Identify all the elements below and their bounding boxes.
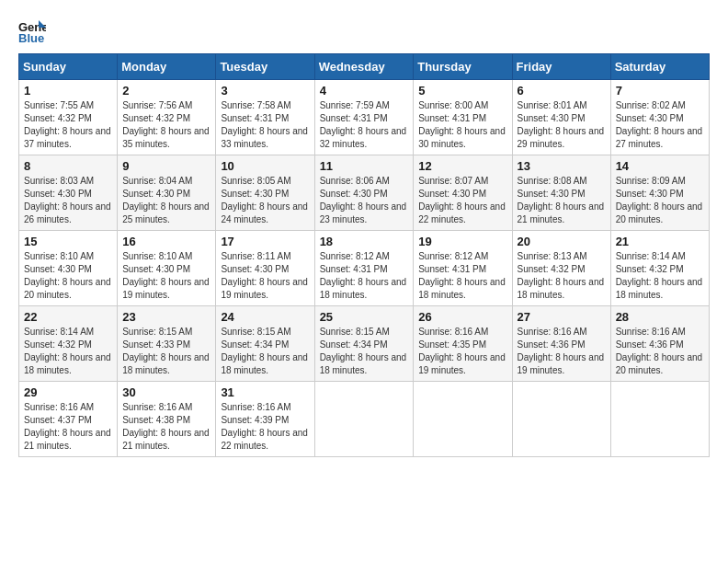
calendar-cell: 13Sunrise: 8:08 AMSunset: 4:30 PMDayligh…: [512, 155, 610, 231]
calendar-cell: 18Sunrise: 8:12 AMSunset: 4:31 PMDayligh…: [314, 231, 414, 306]
day-number: 23: [122, 310, 210, 324]
calendar-cell: [610, 382, 709, 457]
calendar-cell: [414, 382, 512, 457]
cell-info: Sunrise: 8:09 AMSunset: 4:30 PMDaylight:…: [616, 176, 703, 224]
cell-info: Sunrise: 7:56 AMSunset: 4:32 PMDaylight:…: [122, 100, 210, 149]
calendar-cell: 23Sunrise: 8:15 AMSunset: 4:33 PMDayligh…: [118, 306, 216, 382]
calendar-table: SundayMondayTuesdayWednesdayThursdayFrid…: [18, 53, 710, 457]
cell-info: Sunrise: 8:12 AMSunset: 4:31 PMDaylight:…: [418, 251, 506, 300]
calendar-cell: 29Sunrise: 8:16 AMSunset: 4:37 PMDayligh…: [19, 382, 118, 457]
calendar-cell: 24Sunrise: 8:15 AMSunset: 4:34 PMDayligh…: [216, 306, 314, 382]
day-number: 1: [24, 84, 112, 98]
day-number: 29: [24, 385, 112, 399]
day-number: 17: [221, 235, 309, 248]
day-number: 18: [320, 235, 409, 248]
day-number: 13: [518, 159, 606, 173]
calendar-cell: 8Sunrise: 8:03 AMSunset: 4:30 PMDaylight…: [19, 155, 118, 231]
calendar-cell: 20Sunrise: 8:13 AMSunset: 4:32 PMDayligh…: [512, 231, 610, 306]
cell-info: Sunrise: 8:16 AMSunset: 4:36 PMDaylight:…: [518, 327, 605, 375]
cell-info: Sunrise: 8:02 AMSunset: 4:30 PMDaylight:…: [616, 100, 703, 149]
day-number: 12: [418, 159, 506, 173]
cell-info: Sunrise: 7:59 AMSunset: 4:31 PMDaylight:…: [320, 100, 407, 149]
weekday-header: Friday: [512, 54, 610, 80]
day-number: 11: [320, 159, 409, 173]
day-number: 5: [418, 84, 506, 98]
calendar-cell: 14Sunrise: 8:09 AMSunset: 4:30 PMDayligh…: [610, 155, 709, 231]
calendar-cell: 31Sunrise: 8:16 AMSunset: 4:39 PMDayligh…: [216, 382, 314, 457]
weekday-header: Wednesday: [314, 54, 414, 80]
cell-info: Sunrise: 8:16 AMSunset: 4:39 PMDaylight:…: [221, 402, 308, 451]
calendar-cell: 7Sunrise: 8:02 AMSunset: 4:30 PMDaylight…: [610, 80, 709, 155]
cell-info: Sunrise: 8:16 AMSunset: 4:37 PMDaylight:…: [24, 402, 111, 451]
weekday-header: Thursday: [414, 54, 512, 80]
logo-icon: General Blue: [18, 18, 46, 44]
cell-info: Sunrise: 8:11 AMSunset: 4:30 PMDaylight:…: [221, 251, 308, 300]
day-number: 10: [221, 159, 309, 173]
calendar-cell: 9Sunrise: 8:04 AMSunset: 4:30 PMDaylight…: [118, 155, 216, 231]
day-number: 2: [122, 84, 210, 98]
calendar-week-row: 29Sunrise: 8:16 AMSunset: 4:37 PMDayligh…: [19, 382, 710, 457]
calendar-week-row: 15Sunrise: 8:10 AMSunset: 4:30 PMDayligh…: [19, 231, 710, 306]
calendar-cell: 17Sunrise: 8:11 AMSunset: 4:30 PMDayligh…: [216, 231, 314, 306]
cell-info: Sunrise: 8:05 AMSunset: 4:30 PMDaylight:…: [221, 176, 308, 224]
day-number: 14: [616, 159, 704, 173]
calendar-cell: 15Sunrise: 8:10 AMSunset: 4:30 PMDayligh…: [19, 231, 118, 306]
day-number: 21: [616, 235, 704, 248]
cell-info: Sunrise: 8:00 AMSunset: 4:31 PMDaylight:…: [418, 100, 506, 149]
cell-info: Sunrise: 7:55 AMSunset: 4:32 PMDaylight:…: [24, 100, 111, 149]
calendar-cell: 21Sunrise: 8:14 AMSunset: 4:32 PMDayligh…: [610, 231, 709, 306]
cell-info: Sunrise: 8:10 AMSunset: 4:30 PMDaylight:…: [24, 251, 111, 300]
day-number: 28: [616, 310, 704, 324]
calendar-cell: 3Sunrise: 7:58 AMSunset: 4:31 PMDaylight…: [216, 80, 314, 155]
cell-info: Sunrise: 7:58 AMSunset: 4:31 PMDaylight:…: [221, 100, 308, 149]
calendar-cell: 10Sunrise: 8:05 AMSunset: 4:30 PMDayligh…: [216, 155, 314, 231]
cell-info: Sunrise: 8:16 AMSunset: 4:38 PMDaylight:…: [122, 402, 210, 451]
cell-info: Sunrise: 8:15 AMSunset: 4:34 PMDaylight:…: [221, 327, 308, 375]
day-number: 20: [518, 235, 606, 248]
day-number: 24: [221, 310, 309, 324]
day-number: 16: [122, 235, 210, 248]
cell-info: Sunrise: 8:08 AMSunset: 4:30 PMDaylight:…: [518, 176, 605, 224]
calendar-cell: 26Sunrise: 8:16 AMSunset: 4:35 PMDayligh…: [414, 306, 512, 382]
cell-info: Sunrise: 8:14 AMSunset: 4:32 PMDaylight:…: [24, 327, 111, 375]
calendar-cell: 11Sunrise: 8:06 AMSunset: 4:30 PMDayligh…: [314, 155, 414, 231]
logo: General Blue: [18, 18, 50, 44]
calendar-cell: 6Sunrise: 8:01 AMSunset: 4:30 PMDaylight…: [512, 80, 610, 155]
cell-info: Sunrise: 8:16 AMSunset: 4:35 PMDaylight:…: [418, 327, 506, 375]
day-number: 3: [221, 84, 309, 98]
day-number: 4: [320, 84, 409, 98]
weekday-header: Sunday: [19, 54, 118, 80]
cell-info: Sunrise: 8:15 AMSunset: 4:33 PMDaylight:…: [122, 327, 210, 375]
calendar-cell: 16Sunrise: 8:10 AMSunset: 4:30 PMDayligh…: [118, 231, 216, 306]
cell-info: Sunrise: 8:10 AMSunset: 4:30 PMDaylight:…: [122, 251, 210, 300]
day-number: 9: [122, 159, 210, 173]
cell-info: Sunrise: 8:16 AMSunset: 4:36 PMDaylight:…: [616, 327, 703, 375]
day-number: 22: [24, 310, 112, 324]
calendar-header-row: SundayMondayTuesdayWednesdayThursdayFrid…: [19, 54, 710, 80]
cell-info: Sunrise: 8:01 AMSunset: 4:30 PMDaylight:…: [518, 100, 605, 149]
weekday-header: Tuesday: [216, 54, 314, 80]
svg-text:Blue: Blue: [18, 31, 44, 44]
page-header: General Blue: [18, 18, 710, 44]
day-number: 31: [221, 385, 309, 399]
calendar-week-row: 22Sunrise: 8:14 AMSunset: 4:32 PMDayligh…: [19, 306, 710, 382]
calendar-cell: 19Sunrise: 8:12 AMSunset: 4:31 PMDayligh…: [414, 231, 512, 306]
calendar-cell: [314, 382, 414, 457]
calendar-week-row: 8Sunrise: 8:03 AMSunset: 4:30 PMDaylight…: [19, 155, 710, 231]
calendar-cell: 1Sunrise: 7:55 AMSunset: 4:32 PMDaylight…: [19, 80, 118, 155]
calendar-cell: 2Sunrise: 7:56 AMSunset: 4:32 PMDaylight…: [118, 80, 216, 155]
calendar-cell: 12Sunrise: 8:07 AMSunset: 4:30 PMDayligh…: [414, 155, 512, 231]
day-number: 25: [320, 310, 409, 324]
cell-info: Sunrise: 8:13 AMSunset: 4:32 PMDaylight:…: [518, 251, 605, 300]
cell-info: Sunrise: 8:06 AMSunset: 4:30 PMDaylight:…: [320, 176, 407, 224]
calendar-cell: 22Sunrise: 8:14 AMSunset: 4:32 PMDayligh…: [19, 306, 118, 382]
day-number: 8: [24, 159, 112, 173]
calendar-cell: 28Sunrise: 8:16 AMSunset: 4:36 PMDayligh…: [610, 306, 709, 382]
weekday-header: Monday: [118, 54, 216, 80]
calendar-cell: [512, 382, 610, 457]
cell-info: Sunrise: 8:04 AMSunset: 4:30 PMDaylight:…: [122, 176, 210, 224]
calendar-cell: 25Sunrise: 8:15 AMSunset: 4:34 PMDayligh…: [314, 306, 414, 382]
day-number: 26: [418, 310, 506, 324]
day-number: 7: [616, 84, 704, 98]
cell-info: Sunrise: 8:12 AMSunset: 4:31 PMDaylight:…: [320, 251, 407, 300]
